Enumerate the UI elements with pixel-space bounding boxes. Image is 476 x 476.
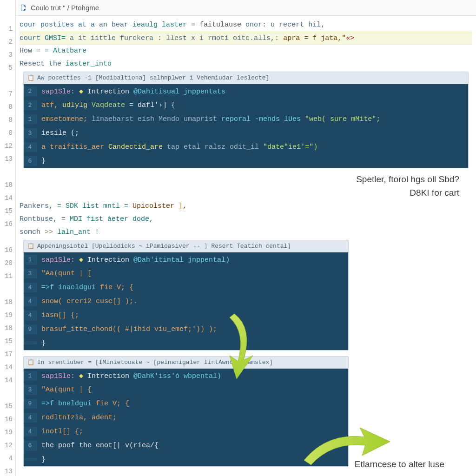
code-line[interactable]: How = = Atatbare [20, 45, 472, 58]
gutter-line [0, 74, 15, 87]
panel-header[interactable]: 📋 In srentiuber = [IMinietouate ~ [peina… [24, 357, 348, 369]
gutter-line: 16 [0, 413, 15, 426]
gutter-line [0, 387, 15, 400]
annotation-line: Spetler, ftorol hgs oll Sbd? [356, 173, 459, 186]
tab-label[interactable]: Coulo trut " / Ptohgme [31, 4, 99, 12]
gutter-line: 19 [0, 426, 15, 439]
gutter-line: 2 [0, 35, 15, 48]
gutter-line: 18 [0, 178, 15, 192]
panel-header[interactable]: 📋 Appeningsiotel [Upeliodicks ~ iPamioas… [24, 240, 348, 252]
gutter-line: 18 [0, 322, 15, 335]
gutter-line: 14 [0, 192, 15, 205]
panel-ln: 6 [24, 156, 37, 166]
gutter-line: 11 [0, 270, 15, 283]
code-panel-3: 📋 In srentiuber = [IMinietouate ~ [peina… [23, 356, 349, 467]
panel-ln [24, 458, 37, 461]
panel-ln: 1 [24, 114, 37, 124]
panel-body[interactable]: 2sap1Sle: ◆ Intrection @Dahitisual jnppe… [24, 84, 468, 168]
panel-body[interactable]: 1sap1Sle: ◆ Intrection @DahK'iss'ó wbpen… [24, 369, 348, 466]
code-line[interactable]: Resect the iaster_into [20, 58, 472, 71]
panel-ln: 9 [24, 324, 37, 334]
panel-ln: 2 [24, 86, 37, 96]
line-number-gutter: 1 2 3 5 7 8 8 0 12 13 18 14 15 16 16 20 … [0, 0, 16, 476]
gutter-line: 17 [0, 348, 15, 361]
gutter-line: 15 [0, 335, 15, 348]
code-line[interactable]: Pankers, = SDK list mntl = Upicolster ], [20, 200, 472, 213]
code-line[interactable]: somch >> laln_ant ! [20, 226, 472, 239]
gutter-line: 19 [0, 309, 15, 322]
code-area[interactable]: cour postites at a an bear ieaulg laster… [16, 16, 476, 467]
editor-content[interactable]: Coulo trut " / Ptohgme cour postites at … [16, 0, 476, 476]
pin-icon: 📋 [27, 74, 34, 81]
gutter-line: 14 [0, 374, 15, 387]
panel-ln: 4 [24, 142, 37, 152]
gutter-line [0, 231, 15, 244]
code-line-active[interactable]: court GMSI= a it iittle furckera : llest… [20, 32, 472, 45]
code-panel-1: 📋 Aw pocetties -1 [Modibaltiona] salhnpl… [23, 72, 469, 168]
gutter-line: 14 [0, 361, 15, 374]
gutter-line: 3 [0, 48, 15, 61]
file-icon [20, 4, 27, 12]
panel-ln: 3 [24, 269, 37, 278]
pin-icon: 📋 [27, 359, 34, 366]
panel-ln: 9 [24, 399, 37, 409]
code-line[interactable]: cour postites at a an bear ieaulg laster… [20, 19, 472, 32]
code-line[interactable]: Rontbuse, = MDI fist áeter dode, [20, 213, 472, 226]
panel-ln: 4 [24, 413, 37, 423]
gutter-line [0, 165, 15, 178]
panel-ln: 3 [24, 385, 37, 395]
panel-header-text: Aw pocetties -1 [Modibaltiona] salhnplwe… [37, 74, 269, 81]
gutter-line: 13 [0, 152, 15, 165]
panel-ln: 6 [24, 441, 37, 450]
panel-ln: 1 [24, 255, 37, 264]
panel-ln: 2 [24, 100, 37, 110]
gutter-line: 12 [0, 439, 15, 452]
panel-ln [24, 342, 37, 344]
panel-header-text: In srentiuber = [IMinietouate ~ [peinani… [37, 359, 273, 366]
pin-icon: 📋 [27, 243, 34, 250]
panel-ln: 4 [24, 297, 37, 306]
panel-ln: 1 [24, 371, 37, 381]
annotation-top: Spetler, ftorol hgs oll Sbd? D8KI for ca… [356, 173, 459, 199]
gutter-line: 4 [0, 452, 15, 465]
gutter-line: 8 [0, 100, 15, 113]
panel-header-text: Appeningsiotel [Upeliodicks ~ iPamioasiv… [37, 243, 291, 250]
gutter-line: 20 [0, 257, 15, 270]
tab-bar: Coulo trut " / Ptohgme [16, 0, 476, 16]
panel-ln: 4 [24, 311, 37, 320]
editor-root: 1 2 3 5 7 8 8 0 12 13 18 14 15 16 16 20 … [0, 0, 476, 476]
gutter-line: 7 [0, 87, 15, 100]
annotation-line: D8KI for cart [356, 186, 459, 200]
gutter-line: 13 [0, 465, 15, 476]
gutter-line: 15 [0, 400, 15, 413]
panel-ln: 4 [24, 283, 37, 292]
gutter-line: 1 [0, 22, 15, 35]
gutter-line: 16 [0, 244, 15, 257]
panel-ln: 4 [24, 427, 37, 436]
gutter-line: 8 [0, 113, 15, 126]
annotation-bottom: Etlarncese to alter luse [355, 459, 444, 469]
gutter-line: 0 [0, 126, 15, 139]
code-panel-2: 📋 Appeningsiotel [Upeliodicks ~ iPamioas… [23, 240, 349, 350]
panel-header[interactable]: 📋 Aw pocetties -1 [Modibaltiona] salhnpl… [24, 72, 468, 84]
panel-ln: 3 [24, 128, 37, 138]
panel-body[interactable]: 1sap1Sle: ◆ Intrection @Dah'itintal jnpp… [24, 252, 348, 350]
gutter-line: 18 [0, 296, 15, 309]
gutter-line [0, 283, 15, 296]
gutter-line: 12 [0, 139, 15, 152]
gutter-line: 16 [0, 218, 15, 231]
gutter-line: 5 [0, 61, 15, 74]
gutter-line: 15 [0, 205, 15, 218]
